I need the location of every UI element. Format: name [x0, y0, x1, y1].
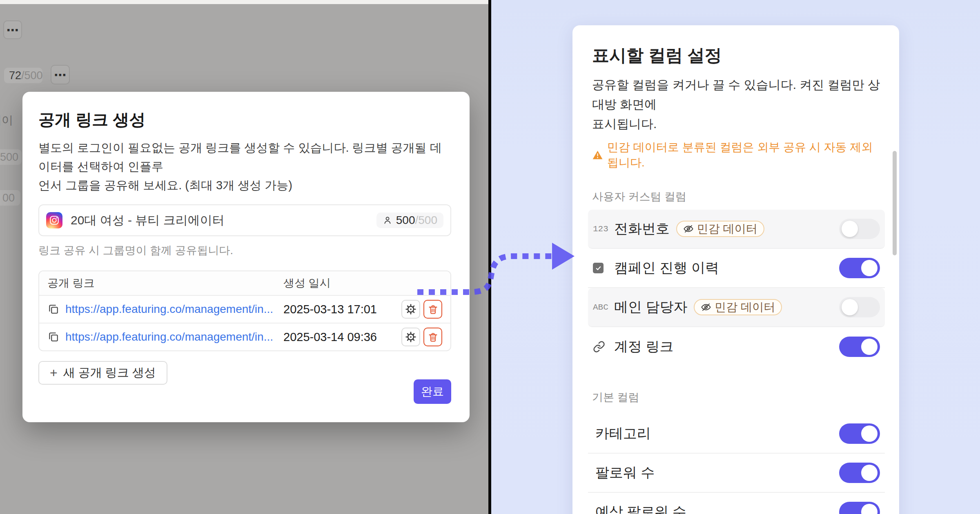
delete-link-button[interactable] — [423, 328, 442, 346]
gear-icon — [405, 303, 417, 315]
member-total: /500 — [415, 214, 438, 226]
count-current: 72 — [9, 69, 21, 82]
custom-column-list: 123 전화번호 민감 데이터 — [592, 210, 881, 366]
eye-off-icon — [701, 302, 711, 312]
created-at: 2025-03-13 17:01 — [283, 303, 381, 316]
number-type-icon: 123 — [593, 224, 608, 234]
toggle-knob — [842, 299, 858, 315]
eye-off-icon — [683, 224, 694, 234]
group-name: 20대 여성 - 뷰티 크리에이터 — [71, 212, 225, 229]
checkbox-type-icon — [593, 263, 604, 273]
column-settings-card: 표시할 컬럼 설정 공유할 컬럼을 켜거나 끌 수 있습니다. 켜진 컬럼만 상… — [572, 25, 899, 514]
column-header-date: 생성 일시 — [283, 276, 381, 290]
add-public-link-label: 새 공개 링크 생성 — [63, 365, 156, 381]
panel-description: 공유할 컬럼을 켜거나 끌 수 있습니다. 켜진 컬럼만 상대방 화면에 표시됩… — [592, 75, 881, 134]
public-link-url[interactable]: https://app.featuring.co/management/in..… — [65, 330, 273, 343]
link-icon — [593, 341, 605, 353]
table-row: https://app.featuring.co/management/in..… — [39, 296, 450, 323]
modal-description-line1: 별도의 로그인이 필요없는 공개 링크를 생성할 수 있습니다. 링크별 공개될… — [38, 141, 442, 173]
trash-icon — [428, 332, 439, 343]
column-row-campaign-history: 캠페인 진행 이력 — [588, 249, 885, 288]
column-label: 계정 링크 — [614, 337, 673, 356]
column-toggle[interactable] — [839, 258, 880, 278]
split-divider — [488, 0, 491, 514]
sensitive-data-warning: 민감 데이터로 분류된 컬럼은 외부 공유 시 자동 제외됩니다. — [592, 140, 881, 171]
member-count-badge: 500/500 — [376, 213, 443, 228]
column-label: 캠페인 진행 이력 — [614, 259, 719, 277]
influencer-group-item[interactable]: 20대 여성 - 뷰티 크리에이터 500/500 — [38, 204, 451, 236]
sensitive-badge-label: 민감 데이터 — [715, 299, 775, 315]
panel-description-line1: 공유할 컬럼을 켜거나 끌 수 있습니다. 켜진 컬럼만 상대방 화면에 — [592, 78, 880, 111]
toggle-knob — [842, 221, 858, 237]
more-options-button[interactable]: ⋯ — [51, 65, 70, 84]
column-toggle[interactable] — [839, 423, 880, 444]
clipped-text-fragment: 리에이 — [0, 113, 13, 128]
warning-text: 민감 데이터로 분류된 컬럼은 외부 공유 시 자동 제외됩니다. — [607, 140, 881, 171]
public-link-table: 공개 링크 생성 일시 https://app.featuring.co/man… — [38, 270, 451, 351]
copy-icon[interactable] — [47, 331, 60, 343]
column-row-followers: 팔로워 수 — [588, 454, 885, 493]
column-toggle[interactable] — [839, 337, 880, 357]
basic-column-list: 카테고리 팔로워 수 예상 팔로워 수 ER — [592, 414, 881, 514]
sensitive-badge-label: 민감 데이터 — [697, 221, 757, 237]
count-badge: 72/500 — [4, 68, 42, 83]
scrollbar-thumb[interactable] — [893, 151, 897, 255]
panel-title: 표시할 컬럼 설정 — [592, 46, 881, 65]
person-icon — [383, 215, 392, 225]
column-toggle[interactable] — [839, 297, 880, 317]
column-header-link: 공개 링크 — [47, 276, 283, 290]
count-badge-fragment: 00 — [0, 190, 20, 206]
count-badge-fragment: /500 — [0, 149, 22, 165]
done-button[interactable]: 완료 — [414, 379, 451, 404]
top-strip — [0, 0, 488, 4]
column-row-expected-followers: 예상 팔로워 수 — [588, 493, 885, 514]
sensitive-data-badge: 민감 데이터 — [694, 299, 782, 315]
toggle-knob — [861, 465, 878, 481]
count-total: /500 — [21, 69, 43, 82]
modal-description-line2: 언서 그룹을 공유해 보세요. (최대 3개 생성 가능) — [38, 179, 292, 192]
column-settings-panel-background: 표시할 컬럼 설정 공유할 컬럼을 켜거나 끌 수 있습니다. 켜진 컬럼만 상… — [491, 0, 980, 514]
column-label: 팔로워 수 — [595, 463, 655, 482]
toggle-knob — [861, 260, 878, 276]
panel-description-line2: 표시됩니다. — [592, 117, 657, 131]
modal-description: 별도의 로그인이 필요없는 공개 링크를 생성할 수 있습니다. 링크별 공개될… — [38, 138, 451, 195]
member-count: 500 — [396, 214, 415, 226]
created-at: 2025-03-14 09:36 — [283, 330, 381, 344]
count-total: /500 — [0, 151, 18, 164]
toggle-knob — [861, 339, 878, 355]
column-label: 전화번호 — [614, 219, 670, 238]
link-settings-button[interactable] — [401, 300, 420, 319]
more-options-button[interactable]: ⋯ — [3, 20, 22, 39]
create-public-link-modal: 공개 링크 생성 별도의 로그인이 필요없는 공개 링크를 생성할 수 있습니다… — [22, 92, 470, 422]
column-toggle[interactable] — [839, 219, 880, 239]
screen: ⋯ 72/500 ⋯ 리에이 /500 00 공개 링크 생성 별도의 로그인이… — [0, 0, 980, 514]
column-label: 카테고리 — [595, 424, 651, 443]
column-row-category: 카테고리 — [588, 414, 885, 454]
table-row: https://app.featuring.co/management/in..… — [39, 323, 450, 350]
gear-icon — [405, 331, 417, 343]
modal-title: 공개 링크 생성 — [38, 111, 451, 128]
column-label: 예상 팔로워 수 — [595, 503, 686, 514]
table-header: 공개 링크 생성 일시 — [39, 271, 450, 296]
copy-icon[interactable] — [47, 303, 60, 315]
public-link-url[interactable]: https://app.featuring.co/management/in..… — [65, 303, 273, 316]
trash-icon — [428, 304, 439, 315]
link-settings-button[interactable] — [401, 328, 420, 346]
warning-icon — [592, 149, 603, 161]
count-total: 00 — [2, 192, 15, 204]
column-toggle[interactable] — [839, 502, 880, 514]
text-type-icon: ABC — [593, 303, 608, 312]
column-row-account-link: 계정 링크 — [588, 327, 885, 366]
column-row-main-manager: ABC 메인 담당자 민감 데이터 — [588, 288, 885, 327]
section-label-custom: 사용자 커스텀 컬럼 — [592, 189, 881, 204]
plus-icon: + — [50, 366, 58, 381]
column-toggle[interactable] — [839, 463, 880, 483]
section-label-basic: 기본 컬럼 — [592, 390, 881, 405]
add-public-link-button[interactable]: + 새 공개 링크 생성 — [38, 361, 167, 385]
column-row-phone: 123 전화번호 민감 데이터 — [588, 210, 885, 249]
column-label: 메인 담당자 — [614, 298, 687, 317]
toggle-knob — [861, 504, 878, 514]
sensitive-data-badge: 민감 데이터 — [676, 221, 764, 237]
delete-link-button[interactable] — [423, 300, 442, 319]
toggle-knob — [861, 425, 878, 442]
